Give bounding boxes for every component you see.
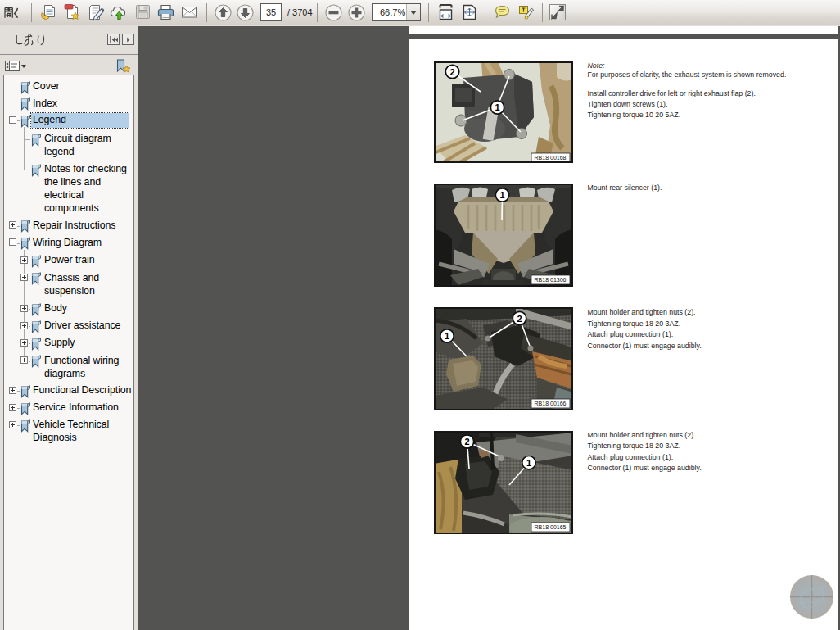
svg-text:RB18 00165: RB18 00165	[534, 524, 566, 530]
svg-text:1: 1	[444, 331, 449, 341]
svg-text:RB18 00166: RB18 00166	[534, 401, 566, 406]
svg-text:1: 1	[499, 190, 504, 200]
svg-text:1: 1	[526, 458, 531, 468]
svg-text:2: 2	[464, 437, 469, 446]
svg-text:2: 2	[449, 66, 454, 76]
svg-text:1: 1	[495, 102, 499, 112]
svg-text:2: 2	[517, 314, 522, 324]
svg-text:RB18 01306: RB18 01306	[534, 277, 566, 283]
svg-text:RB18 00168: RB18 00168	[534, 155, 566, 161]
